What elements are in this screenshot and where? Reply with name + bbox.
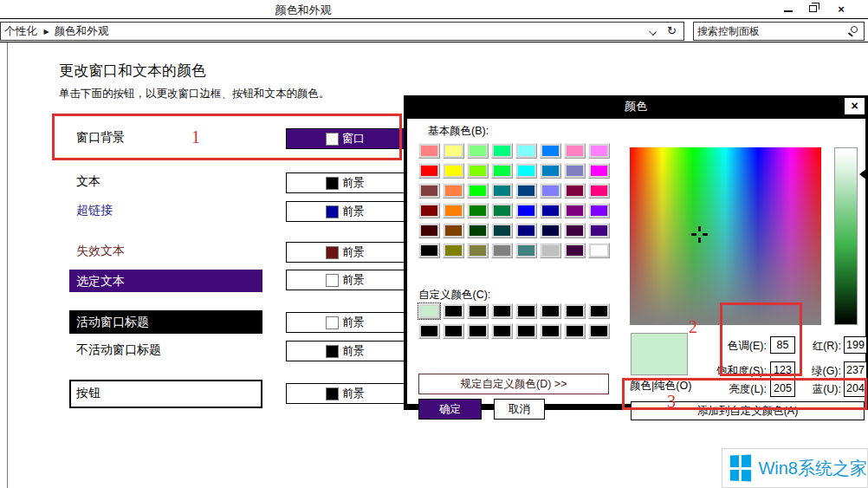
breadcrumb-root[interactable]: 个性化 [4, 24, 37, 39]
basic-color-swatch[interactable] [588, 163, 610, 179]
basic-color-swatch[interactable] [564, 143, 586, 159]
color-picker-button-8[interactable]: 前景 [286, 383, 405, 404]
basic-color-swatch[interactable] [564, 183, 586, 198]
dialog-close-button[interactable]: × [844, 97, 865, 115]
search-icon[interactable] [851, 26, 858, 33]
basic-color-swatch[interactable] [418, 163, 440, 179]
basic-color-swatch[interactable] [418, 143, 440, 159]
basic-color-swatch[interactable] [418, 203, 440, 218]
custom-color-swatch[interactable] [540, 303, 561, 319]
basic-color-swatch[interactable] [491, 183, 513, 198]
blue-input[interactable] [844, 380, 867, 397]
color-picker-button-label: 前景 [342, 272, 365, 288]
basic-color-swatch[interactable] [467, 223, 489, 238]
breadcrumb[interactable]: 个性化 ▶ 颜色和外观 ↻ [0, 22, 684, 41]
restore-button[interactable] [806, 3, 819, 15]
color-picker-button-6[interactable]: 前景 [286, 312, 405, 333]
hue-saturation-field[interactable] [630, 147, 821, 325]
basic-color-swatch[interactable] [443, 143, 464, 159]
basic-color-swatch[interactable] [467, 183, 489, 198]
basic-color-swatch[interactable] [515, 143, 537, 159]
basic-color-swatch[interactable] [467, 243, 489, 258]
basic-color-swatch[interactable] [540, 163, 561, 179]
custom-color-swatch[interactable] [467, 303, 489, 319]
basic-color-swatch[interactable] [515, 223, 537, 238]
custom-color-swatch[interactable] [564, 303, 586, 319]
basic-color-swatch[interactable] [443, 223, 464, 238]
search-input[interactable] [697, 23, 845, 39]
refresh-icon[interactable]: ↻ [667, 24, 677, 37]
luminance-bar[interactable] [834, 147, 858, 325]
add-to-custom-colors-button[interactable]: 添加到自定义颜色(A) [631, 401, 865, 420]
custom-color-swatch[interactable] [588, 323, 610, 339]
minimize-button[interactable] [781, 3, 795, 15]
custom-color-swatch[interactable] [491, 323, 513, 339]
basic-color-swatch[interactable] [540, 143, 561, 159]
luminance-input[interactable] [770, 380, 795, 397]
ok-button[interactable]: 确定 [418, 399, 482, 420]
basic-color-swatch[interactable] [540, 243, 561, 258]
basic-color-swatch[interactable] [540, 203, 561, 218]
saturation-input[interactable] [770, 361, 795, 379]
breadcrumb-current[interactable]: 颜色和外观 [55, 24, 109, 39]
red-input[interactable] [844, 336, 867, 354]
basic-color-swatch[interactable] [443, 243, 464, 258]
search-box[interactable] [693, 22, 865, 41]
basic-color-swatch[interactable] [443, 183, 464, 198]
basic-color-swatch[interactable] [588, 183, 610, 198]
basic-color-swatch[interactable] [491, 143, 513, 159]
color-picker-button-3[interactable]: 前景 [286, 201, 405, 222]
basic-color-swatch[interactable] [515, 243, 537, 258]
custom-color-swatch[interactable] [515, 323, 537, 339]
basic-color-swatch[interactable] [515, 183, 537, 198]
basic-colors-label: 基本颜色(B): [428, 124, 489, 139]
basic-color-swatch[interactable] [564, 203, 586, 218]
custom-color-swatch[interactable] [564, 323, 586, 339]
basic-color-swatch[interactable] [443, 163, 464, 179]
basic-color-swatch[interactable] [515, 203, 537, 218]
custom-color-swatch[interactable] [443, 323, 464, 339]
basic-color-swatch[interactable] [467, 143, 489, 159]
green-input[interactable] [844, 361, 867, 379]
color-picker-button-4[interactable]: 前景 [286, 242, 405, 263]
custom-color-swatch[interactable] [540, 323, 561, 339]
custom-color-swatch[interactable] [491, 303, 513, 319]
cancel-button[interactable]: 取消 [494, 399, 545, 420]
custom-color-swatch[interactable] [443, 303, 464, 319]
basic-color-swatch[interactable] [564, 223, 586, 238]
color-picker-button-5[interactable]: 前景 [286, 270, 405, 290]
define-custom-colors-button[interactable]: 规定自定义颜色(D) >> [418, 374, 609, 394]
luminance-slider-icon[interactable] [859, 168, 867, 180]
basic-color-swatch[interactable] [588, 143, 610, 159]
basic-color-swatch[interactable] [418, 183, 440, 198]
custom-color-swatch[interactable] [418, 323, 440, 339]
color-picker-button-7[interactable]: 前景 [286, 341, 405, 361]
basic-color-swatch[interactable] [491, 163, 513, 179]
basic-color-swatch[interactable] [588, 223, 610, 238]
basic-color-swatch[interactable] [443, 203, 464, 218]
custom-color-swatch[interactable] [467, 323, 489, 339]
basic-color-swatch[interactable] [491, 243, 513, 258]
close-button[interactable]: × [834, 3, 848, 15]
custom-color-swatch[interactable] [418, 303, 440, 319]
basic-color-swatch[interactable] [588, 203, 610, 218]
basic-color-swatch[interactable] [564, 163, 586, 179]
color-picker-button-1[interactable]: 窗口 [286, 128, 405, 149]
custom-color-swatch[interactable] [588, 303, 610, 319]
basic-color-swatch[interactable] [491, 223, 513, 238]
custom-color-swatch[interactable] [515, 303, 537, 319]
basic-color-swatch[interactable] [540, 223, 561, 238]
crosshair-icon[interactable] [691, 226, 708, 243]
hue-input[interactable] [770, 336, 795, 354]
chevron-down-icon[interactable] [649, 28, 657, 36]
basic-color-swatch[interactable] [588, 243, 610, 258]
basic-color-swatch[interactable] [418, 223, 440, 238]
basic-color-swatch[interactable] [467, 163, 489, 179]
basic-color-swatch[interactable] [515, 163, 537, 179]
basic-color-swatch[interactable] [564, 243, 586, 258]
basic-color-swatch[interactable] [540, 183, 561, 198]
basic-color-swatch[interactable] [418, 243, 440, 258]
color-picker-button-2[interactable]: 前景 [286, 172, 405, 193]
basic-color-swatch[interactable] [491, 203, 513, 218]
basic-color-swatch[interactable] [467, 203, 489, 218]
